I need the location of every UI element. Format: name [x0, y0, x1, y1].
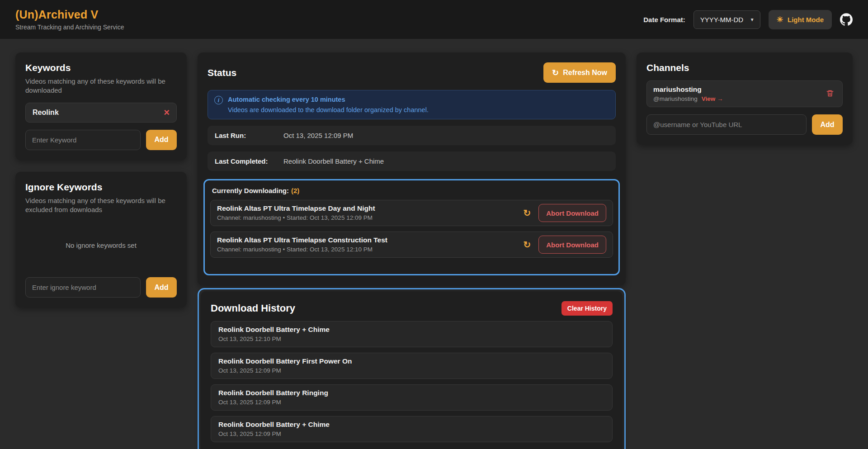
keyword-input[interactable] — [25, 130, 141, 150]
history-item-time: Oct 13, 2025 12:10 PM — [218, 336, 605, 343]
currently-downloading-label: Currently Downloading: — [212, 187, 289, 194]
right-column: Channels mariushosting @mariushosting Vi… — [637, 52, 853, 145]
keyword-label: Reolink — [33, 109, 59, 117]
light-mode-button[interactable]: ☀ Light Mode — [769, 10, 832, 29]
add-channel-button[interactable]: Add — [812, 114, 843, 135]
last-run-row: Last Run: Oct 13, 2025 12:09 PM — [208, 126, 616, 145]
download-actions: ↻ Abort Download — [523, 204, 606, 222]
refresh-icon: ↻ — [552, 69, 559, 77]
date-format-select[interactable]: YYYY-MM-DD — [693, 10, 760, 29]
channel-name: mariushosting — [653, 85, 723, 94]
channel-view-link[interactable]: View → — [702, 95, 723, 102]
currently-downloading-highlight: Currently Downloading:(2) Reolink Altas … — [203, 179, 620, 275]
download-item-text: Reolink Altas PT Ultra Timelapse Constru… — [217, 236, 387, 253]
keywords-description: Videos matching any of these keywords wi… — [25, 77, 177, 95]
ignore-keyword-input[interactable] — [25, 277, 141, 298]
info-icon: i — [214, 96, 223, 104]
trash-icon — [826, 89, 834, 99]
history-item-title: Reolink Doorbell Battery + Chime — [218, 326, 605, 334]
last-completed-label: Last Completed: — [215, 157, 283, 165]
ignore-keyword-input-row: Add — [25, 277, 177, 298]
history-item: Reolink Doorbell Battery + Chime Oct 13,… — [211, 416, 613, 442]
download-item-text: Reolink Altas PT Ultra Timelapse Day and… — [217, 204, 375, 222]
refresh-icon: ↻ — [523, 208, 531, 217]
currently-downloading-count: (2) — [291, 187, 299, 194]
status-card-head: Status ↻ Refresh Now — [208, 62, 616, 83]
app-subtitle: Stream Tracking and Archiving Service — [15, 24, 124, 31]
abort-download-button[interactable]: Abort Download — [538, 204, 606, 222]
currently-downloading-head: Currently Downloading:(2) — [210, 186, 613, 194]
ignore-keywords-description: Videos matching any of these keywords wi… — [25, 196, 177, 215]
channel-input-row: Add — [646, 114, 843, 135]
sun-icon: ☀ — [777, 16, 783, 24]
last-completed-value: Reolink Doorbell Battery + Chime — [283, 157, 384, 165]
delete-channel-button[interactable] — [824, 87, 836, 101]
history-item-time: Oct 13, 2025 12:09 PM — [218, 399, 605, 406]
header-actions: Date Format: YYYY-MM-DD ▼ ☀ Light Mode — [643, 10, 853, 29]
channel-sub: @mariushosting View → — [653, 95, 723, 102]
refresh-icon: ↻ — [523, 240, 531, 249]
keyword-input-row: Add — [25, 130, 177, 150]
app-header: (Un)Archived V Stream Tracking and Archi… — [0, 0, 868, 39]
channel-item-text: mariushosting @mariushosting View → — [653, 85, 723, 102]
ignore-keywords-empty: No ignore keywords set — [25, 222, 177, 270]
status-card: Status ↻ Refresh Now i Automatic checkin… — [198, 52, 626, 285]
last-run-value: Oct 13, 2025 12:09 PM — [283, 132, 353, 139]
info-line-2: Videos are downloaded to the download fo… — [228, 106, 429, 114]
channels-card: Channels mariushosting @mariushosting Vi… — [637, 52, 853, 145]
history-item-title: Reolink Doorbell Battery Ringing — [218, 389, 605, 397]
info-banner: i Automatic checking every 10 minutes Vi… — [208, 90, 616, 119]
last-run-label: Last Run: — [215, 132, 283, 139]
close-icon[interactable]: × — [164, 109, 170, 117]
ignore-keywords-title: Ignore Keywords — [25, 182, 177, 193]
history-item-time: Oct 13, 2025 12:09 PM — [218, 430, 605, 438]
last-completed-row: Last Completed: Reolink Doorbell Battery… — [208, 151, 616, 171]
github-icon[interactable] — [840, 13, 853, 26]
download-history-head: Download History Clear History — [211, 301, 613, 316]
clear-history-button[interactable]: Clear History — [561, 301, 613, 316]
history-item: Reolink Doorbell Battery First Power On … — [211, 353, 613, 379]
download-meta: Channel: mariushosting • Started: Oct 13… — [217, 246, 387, 253]
left-column: Keywords Videos matching any of these ke… — [15, 52, 187, 307]
download-history-highlight: Download History Clear History Reolink D… — [198, 288, 626, 449]
light-mode-label: Light Mode — [788, 16, 824, 24]
download-title: Reolink Altas PT Ultra Timelapse Day and… — [217, 204, 375, 213]
date-format-select-wrap: YYYY-MM-DD ▼ — [693, 10, 760, 29]
channel-handle: @mariushosting — [653, 95, 698, 102]
keywords-title: Keywords — [25, 62, 177, 73]
refresh-now-button[interactable]: ↻ Refresh Now — [543, 62, 616, 83]
download-title: Reolink Altas PT Ultra Timelapse Constru… — [217, 236, 387, 244]
history-item-title: Reolink Doorbell Battery First Power On — [218, 357, 605, 365]
history-item-title: Reolink Doorbell Battery + Chime — [218, 421, 605, 429]
abort-download-button[interactable]: Abort Download — [538, 236, 606, 254]
channels-title: Channels — [646, 62, 843, 73]
download-item: Reolink Altas PT Ultra Timelapse Constru… — [210, 232, 613, 258]
add-keyword-button[interactable]: Add — [146, 130, 177, 150]
channel-item: mariushosting @mariushosting View → — [646, 80, 843, 107]
download-item: Reolink Altas PT Ultra Timelapse Day and… — [210, 200, 613, 226]
brand: (Un)Archived V Stream Tracking and Archi… — [15, 8, 124, 31]
download-history-card: Download History Clear History Reolink D… — [201, 291, 623, 449]
refresh-now-label: Refresh Now — [563, 69, 607, 77]
history-item: Reolink Doorbell Battery + Chime Oct 13,… — [211, 321, 613, 347]
info-line-1: Automatic checking every 10 minutes — [228, 95, 429, 104]
history-item: Reolink Doorbell Battery Ringing Oct 13,… — [211, 384, 613, 411]
history-item-time: Oct 13, 2025 12:09 PM — [218, 367, 605, 374]
keywords-card: Keywords Videos matching any of these ke… — [15, 52, 187, 160]
main-content: Keywords Videos matching any of these ke… — [0, 39, 868, 449]
date-format-label: Date Format: — [643, 16, 685, 24]
add-ignore-keyword-button[interactable]: Add — [146, 277, 177, 298]
keyword-item: Reolink × — [25, 103, 177, 123]
middle-column: Status ↻ Refresh Now i Automatic checkin… — [198, 52, 626, 449]
download-actions: ↻ Abort Download — [523, 236, 606, 254]
ignore-keywords-card: Ignore Keywords Videos matching any of t… — [15, 172, 187, 308]
download-history-title: Download History — [211, 302, 295, 314]
info-banner-text: Automatic checking every 10 minutes Vide… — [228, 95, 429, 114]
download-meta: Channel: mariushosting • Started: Oct 13… — [217, 214, 375, 222]
app-title: (Un)Archived V — [15, 8, 124, 21]
channel-input[interactable] — [646, 114, 807, 135]
status-title: Status — [208, 67, 236, 78]
